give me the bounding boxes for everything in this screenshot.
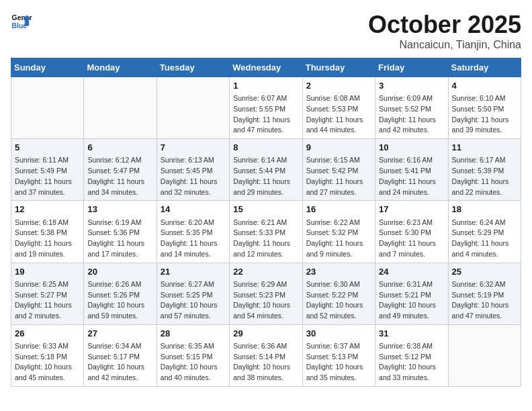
day-info: Sunrise: 6:13 AM Sunset: 5:45 PM Dayligh…: [161, 155, 226, 197]
calendar-cell: 13Sunrise: 6:19 AM Sunset: 5:36 PM Dayli…: [84, 201, 157, 263]
calendar-cell: 22Sunrise: 6:29 AM Sunset: 5:23 PM Dayli…: [230, 263, 302, 324]
calendar-cell: 10Sunrise: 6:16 AM Sunset: 5:41 PM Dayli…: [375, 139, 448, 201]
day-info: Sunrise: 6:34 AM Sunset: 5:17 PM Dayligh…: [87, 341, 152, 383]
calendar-cell: [11, 77, 84, 139]
day-number: 23: [306, 266, 371, 278]
calendar-cell: 5Sunrise: 6:11 AM Sunset: 5:49 PM Daylig…: [11, 139, 84, 201]
calendar-cell: [84, 77, 157, 139]
day-info: Sunrise: 6:17 AM Sunset: 5:39 PM Dayligh…: [452, 155, 517, 197]
calendar-cell: 12Sunrise: 6:18 AM Sunset: 5:38 PM Dayli…: [11, 201, 84, 263]
day-number: 15: [233, 203, 298, 216]
day-info: Sunrise: 6:21 AM Sunset: 5:33 PM Dayligh…: [233, 218, 298, 260]
location-subtitle: Nancaicun, Tianjin, China: [368, 39, 521, 51]
calendar-cell: 29Sunrise: 6:36 AM Sunset: 5:14 PM Dayli…: [230, 324, 302, 386]
calendar-cell: 21Sunrise: 6:27 AM Sunset: 5:25 PM Dayli…: [157, 263, 229, 324]
day-info: Sunrise: 6:10 AM Sunset: 5:50 PM Dayligh…: [452, 93, 517, 136]
day-number: 2: [306, 80, 371, 92]
calendar-week-row: 19Sunrise: 6:25 AM Sunset: 5:27 PM Dayli…: [11, 263, 521, 324]
day-number: 9: [306, 142, 371, 154]
day-number: 5: [15, 142, 80, 154]
day-number: 28: [161, 328, 226, 340]
weekday-header: Tuesday: [157, 58, 229, 77]
calendar-week-row: 12Sunrise: 6:18 AM Sunset: 5:38 PM Dayli…: [11, 201, 521, 263]
calendar-cell: 2Sunrise: 6:08 AM Sunset: 5:53 PM Daylig…: [302, 77, 375, 139]
calendar-cell: 16Sunrise: 6:22 AM Sunset: 5:32 PM Dayli…: [302, 201, 375, 263]
day-info: Sunrise: 6:31 AM Sunset: 5:21 PM Dayligh…: [379, 279, 444, 322]
day-number: 7: [161, 142, 226, 154]
day-info: Sunrise: 6:08 AM Sunset: 5:53 PM Dayligh…: [306, 93, 371, 136]
calendar-cell: 1Sunrise: 6:07 AM Sunset: 5:55 PM Daylig…: [230, 77, 302, 139]
calendar-cell: 15Sunrise: 6:21 AM Sunset: 5:33 PM Dayli…: [230, 201, 302, 263]
day-info: Sunrise: 6:29 AM Sunset: 5:23 PM Dayligh…: [233, 279, 298, 322]
header: General Blue October 2025 Nancaicun, Tia…: [11, 11, 521, 51]
day-number: 13: [87, 203, 152, 216]
day-number: 27: [87, 328, 152, 340]
day-number: 12: [15, 203, 80, 216]
day-number: 29: [233, 328, 298, 340]
calendar-table: SundayMondayTuesdayWednesdayThursdayFrid…: [11, 58, 521, 387]
calendar-cell: 24Sunrise: 6:31 AM Sunset: 5:21 PM Dayli…: [375, 263, 448, 324]
day-number: 17: [379, 203, 444, 216]
weekday-header: Friday: [375, 58, 448, 77]
calendar-cell: 20Sunrise: 6:26 AM Sunset: 5:26 PM Dayli…: [84, 263, 157, 324]
day-info: Sunrise: 6:37 AM Sunset: 5:13 PM Dayligh…: [306, 341, 371, 383]
day-number: 4: [452, 80, 517, 92]
day-number: 14: [161, 203, 226, 216]
day-number: 24: [379, 266, 444, 278]
day-number: 11: [452, 142, 517, 154]
day-info: Sunrise: 6:09 AM Sunset: 5:52 PM Dayligh…: [379, 93, 444, 136]
calendar-cell: 18Sunrise: 6:24 AM Sunset: 5:29 PM Dayli…: [448, 201, 521, 263]
calendar-cell: 8Sunrise: 6:14 AM Sunset: 5:44 PM Daylig…: [230, 139, 302, 201]
day-info: Sunrise: 6:35 AM Sunset: 5:15 PM Dayligh…: [161, 341, 226, 383]
calendar-cell: 6Sunrise: 6:12 AM Sunset: 5:47 PM Daylig…: [84, 139, 157, 201]
calendar-cell: 23Sunrise: 6:30 AM Sunset: 5:22 PM Dayli…: [302, 263, 375, 324]
day-number: 30: [306, 328, 371, 340]
day-number: 31: [379, 328, 444, 340]
day-info: Sunrise: 6:27 AM Sunset: 5:25 PM Dayligh…: [161, 279, 226, 322]
calendar-cell: 30Sunrise: 6:37 AM Sunset: 5:13 PM Dayli…: [302, 324, 375, 386]
day-number: 8: [233, 142, 298, 154]
day-info: Sunrise: 6:07 AM Sunset: 5:55 PM Dayligh…: [233, 93, 298, 136]
day-number: 1: [233, 80, 298, 92]
calendar-week-row: 26Sunrise: 6:33 AM Sunset: 5:18 PM Dayli…: [11, 324, 521, 386]
day-info: Sunrise: 6:18 AM Sunset: 5:38 PM Dayligh…: [15, 218, 80, 260]
day-number: 16: [306, 203, 371, 216]
day-number: 26: [15, 328, 80, 340]
calendar-cell: [157, 77, 229, 139]
logo-icon: General Blue: [11, 11, 32, 32]
calendar-cell: 28Sunrise: 6:35 AM Sunset: 5:15 PM Dayli…: [157, 324, 229, 386]
day-info: Sunrise: 6:26 AM Sunset: 5:26 PM Dayligh…: [87, 279, 152, 322]
day-info: Sunrise: 6:19 AM Sunset: 5:36 PM Dayligh…: [87, 218, 152, 260]
calendar-cell: 11Sunrise: 6:17 AM Sunset: 5:39 PM Dayli…: [448, 139, 521, 201]
calendar-cell: 4Sunrise: 6:10 AM Sunset: 5:50 PM Daylig…: [448, 77, 521, 139]
day-info: Sunrise: 6:15 AM Sunset: 5:42 PM Dayligh…: [306, 155, 371, 197]
day-info: Sunrise: 6:24 AM Sunset: 5:29 PM Dayligh…: [452, 218, 517, 260]
day-number: 22: [233, 266, 298, 278]
weekday-header: Monday: [84, 58, 157, 77]
weekday-header: Sunday: [11, 58, 84, 77]
calendar-cell: [448, 324, 521, 386]
day-info: Sunrise: 6:20 AM Sunset: 5:35 PM Dayligh…: [161, 218, 226, 260]
day-info: Sunrise: 6:25 AM Sunset: 5:27 PM Dayligh…: [15, 279, 80, 322]
day-info: Sunrise: 6:12 AM Sunset: 5:47 PM Dayligh…: [87, 155, 152, 197]
day-info: Sunrise: 6:22 AM Sunset: 5:32 PM Dayligh…: [306, 218, 371, 260]
day-info: Sunrise: 6:33 AM Sunset: 5:18 PM Dayligh…: [15, 341, 80, 383]
calendar-cell: 31Sunrise: 6:38 AM Sunset: 5:12 PM Dayli…: [375, 324, 448, 386]
day-info: Sunrise: 6:36 AM Sunset: 5:14 PM Dayligh…: [233, 341, 298, 383]
logo: General Blue: [11, 11, 32, 32]
calendar-cell: 17Sunrise: 6:23 AM Sunset: 5:30 PM Dayli…: [375, 201, 448, 263]
calendar-cell: 19Sunrise: 6:25 AM Sunset: 5:27 PM Dayli…: [11, 263, 84, 324]
day-info: Sunrise: 6:23 AM Sunset: 5:30 PM Dayligh…: [379, 218, 444, 260]
day-info: Sunrise: 6:16 AM Sunset: 5:41 PM Dayligh…: [379, 155, 444, 197]
calendar-cell: 7Sunrise: 6:13 AM Sunset: 5:45 PM Daylig…: [157, 139, 229, 201]
day-number: 25: [452, 266, 517, 278]
day-number: 19: [15, 266, 80, 278]
calendar-week-row: 5Sunrise: 6:11 AM Sunset: 5:49 PM Daylig…: [11, 139, 521, 201]
day-info: Sunrise: 6:30 AM Sunset: 5:22 PM Dayligh…: [306, 279, 371, 322]
day-number: 3: [379, 80, 444, 92]
calendar-cell: 27Sunrise: 6:34 AM Sunset: 5:17 PM Dayli…: [84, 324, 157, 386]
day-info: Sunrise: 6:38 AM Sunset: 5:12 PM Dayligh…: [379, 341, 444, 383]
day-info: Sunrise: 6:32 AM Sunset: 5:19 PM Dayligh…: [452, 279, 517, 322]
day-info: Sunrise: 6:11 AM Sunset: 5:49 PM Dayligh…: [15, 155, 80, 197]
calendar-cell: 3Sunrise: 6:09 AM Sunset: 5:52 PM Daylig…: [375, 77, 448, 139]
